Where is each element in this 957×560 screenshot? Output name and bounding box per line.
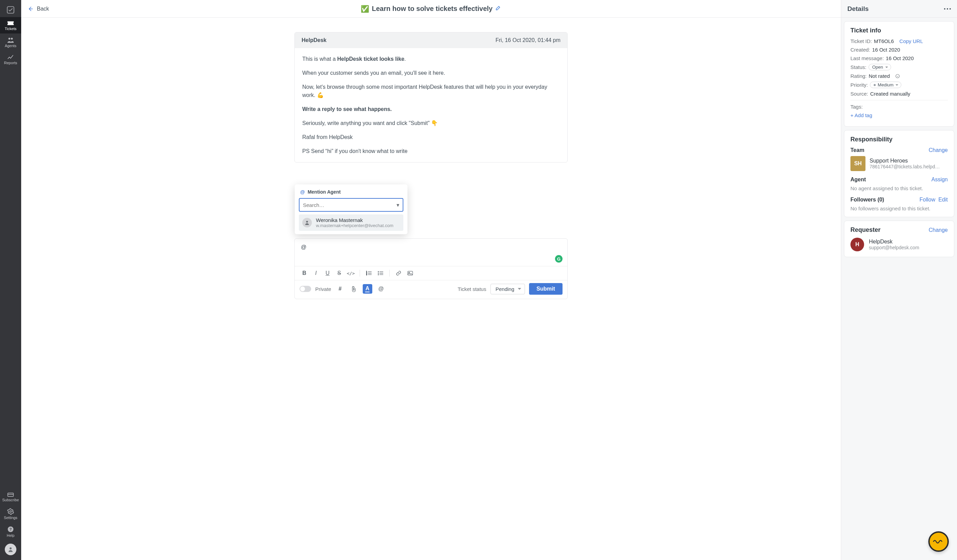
reply-textarea[interactable]: @ G — [295, 239, 567, 266]
team-name: Support Heroes — [870, 158, 941, 164]
section-title: Followers (0) — [850, 197, 884, 203]
assign-agent-link[interactable]: Assign — [932, 177, 948, 183]
mention-header: Mention Agent — [308, 189, 341, 195]
requester-email: support@helpdesk.com — [869, 245, 919, 250]
status-value: Open — [872, 65, 883, 69]
mention-option-email: w.masternak+helpcenter@livechat.com — [316, 223, 393, 228]
chat-fab[interactable] — [928, 531, 949, 552]
strike-button[interactable]: S — [334, 268, 344, 278]
svg-point-2 — [11, 38, 13, 40]
details-title: Details — [847, 5, 869, 13]
mention-button[interactable]: @ — [376, 284, 386, 293]
back-label: Back — [37, 6, 49, 12]
unordered-list-button[interactable] — [376, 268, 385, 278]
message-from: HelpDesk — [302, 37, 327, 43]
ordered-list-button[interactable]: 123 — [364, 268, 374, 278]
text-color-button[interactable]: A — [363, 284, 372, 293]
card-title: Requester — [850, 226, 881, 233]
follow-link[interactable]: Follow — [919, 197, 935, 202]
italic-button[interactable]: I — [311, 268, 321, 278]
private-toggle[interactable] — [300, 286, 311, 292]
requester-badge: H — [850, 238, 864, 251]
underline-button[interactable]: U — [323, 268, 332, 278]
sidebar-item-agents[interactable]: Agents — [0, 33, 21, 50]
info-icon[interactable] — [895, 74, 900, 79]
priority-dot-icon — [874, 84, 876, 86]
message-header: HelpDesk Fri, 16 Oct 2020, 01:44 pm — [295, 32, 567, 48]
sidebar-item-settings[interactable]: Settings — [0, 505, 21, 522]
message-date: Fri, 16 Oct 2020, 01:44 pm — [496, 37, 561, 43]
image-button[interactable] — [406, 268, 415, 278]
attachment-button[interactable] — [349, 284, 358, 293]
code-button[interactable]: </> — [346, 268, 355, 278]
title-emoji-icon: ✅ — [361, 5, 369, 13]
responsibility-card: Responsibility TeamChange SH Support Her… — [844, 130, 954, 217]
details-header: Details — [841, 0, 957, 18]
msg-text: This is what a — [302, 56, 337, 62]
mention-option-name: Weronika Masternak — [316, 217, 393, 223]
sidebar: Tickets Agents Reports Subscribe Setting… — [0, 0, 21, 560]
svg-point-13 — [378, 273, 379, 273]
requester-card: RequesterChange H HelpDesk support@helpd… — [844, 221, 954, 257]
mention-search-input[interactable] — [303, 202, 396, 208]
title-text: Learn how to solve tickets effectively — [372, 5, 493, 13]
lastmsg-date: 16 Oct 2020 — [886, 55, 914, 61]
private-label: Private — [315, 286, 331, 292]
msg-text: HelpDesk ticket looks like — [337, 56, 404, 62]
sidebar-item-label: Subscribe — [2, 498, 19, 502]
svg-point-12 — [378, 271, 379, 272]
reply-footer: Private # A @ Ticket status Pending Subm… — [295, 280, 567, 299]
sidebar-item-label: Settings — [4, 516, 17, 520]
priority-value: Medium — [878, 82, 894, 87]
section-title: Team — [850, 147, 864, 153]
priority-pill[interactable]: Medium — [870, 82, 901, 88]
msg-text: When your customer sends you an email, y… — [302, 69, 560, 77]
topbar: Back ✅ Learn how to solve tickets effect… — [21, 0, 841, 18]
link-button[interactable] — [394, 268, 403, 278]
requester-name: HelpDesk — [869, 239, 919, 245]
more-button[interactable] — [944, 8, 951, 9]
field-label: Source: — [850, 91, 868, 97]
separator — [389, 270, 390, 277]
sidebar-item-tickets[interactable]: Tickets — [0, 17, 21, 33]
svg-point-8 — [306, 221, 308, 222]
msg-text: Now, let's browse through some most impo… — [302, 83, 560, 100]
user-avatar[interactable] — [5, 544, 16, 555]
ticket-status-select[interactable]: Pending — [490, 284, 525, 294]
rating-value: Not rated — [869, 73, 890, 79]
mention-option[interactable]: Weronika Masternak w.masternak+helpcente… — [299, 215, 403, 231]
bold-button[interactable]: B — [300, 268, 309, 278]
grammarly-icon[interactable]: G — [555, 255, 562, 263]
canned-response-button[interactable]: # — [335, 284, 345, 293]
page-title: ✅ Learn how to solve tickets effectively — [361, 5, 501, 13]
svg-text:1: 1 — [366, 271, 367, 273]
separator — [360, 270, 360, 277]
ticket-id: MT6OL6 — [874, 38, 894, 44]
status-pill[interactable]: Open — [869, 64, 891, 70]
edit-title-button[interactable] — [495, 5, 501, 13]
change-requester-link[interactable]: Change — [929, 227, 948, 233]
sidebar-item-reports[interactable]: Reports — [0, 50, 21, 68]
arrow-left-icon — [27, 6, 33, 12]
chat-icon — [933, 539, 944, 545]
field-label: Ticket ID: — [850, 38, 872, 44]
section-title: Agent — [850, 177, 866, 183]
change-team-link[interactable]: Change — [929, 147, 948, 153]
svg-rect-3 — [8, 493, 14, 497]
sidebar-item-subscribe[interactable]: Subscribe — [0, 488, 21, 505]
card-title: Ticket info — [850, 27, 948, 34]
back-button[interactable]: Back — [27, 6, 49, 12]
mention-search[interactable]: ▾ — [299, 198, 403, 212]
msg-text: Write a reply to see what happens. — [302, 106, 392, 112]
agent-empty: No agent assigned to this ticket. — [850, 185, 948, 191]
field-label: Last message: — [850, 55, 884, 61]
status-value: Pending — [496, 286, 514, 292]
edit-followers-link[interactable]: Edit — [938, 197, 948, 202]
submit-button[interactable]: Submit — [529, 283, 562, 295]
add-tag-link[interactable]: + Add tag — [850, 112, 872, 118]
person-icon — [302, 218, 312, 227]
msg-text: . — [404, 56, 406, 62]
msg-text: PS Send “hi” if you don't know what to w… — [302, 147, 560, 156]
sidebar-item-help[interactable]: ? Help — [0, 522, 21, 540]
copy-url-link[interactable]: Copy URL — [899, 38, 923, 44]
